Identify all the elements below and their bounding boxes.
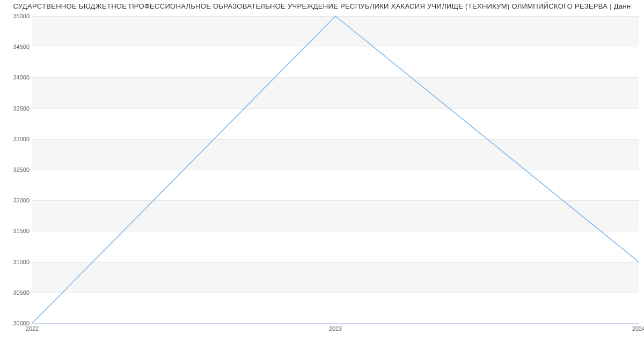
plot-area [32,16,639,323]
y-tick-label: 30500 [3,289,30,296]
y-tick-label: 32500 [3,166,30,173]
line-series [32,16,639,323]
y-tick-label: 35000 [3,13,30,19]
data-line [32,16,639,323]
y-tick-label: 34000 [3,74,30,81]
y-tick-label: 32000 [3,197,30,203]
x-tick-label: 2022 [26,325,39,332]
chart-title: СУДАРСТВЕННОЕ БЮДЖЕТНОЕ ПРОФЕССИОНАЛЬНОЕ… [0,2,644,10]
x-tick-label: 2024 [632,325,644,332]
y-tick-label: 33500 [3,105,30,112]
x-tick-label: 2023 [329,325,342,332]
y-tick-label: 31500 [3,228,30,234]
y-tick-label: 31000 [3,259,30,265]
y-tick-label: 34500 [3,43,30,50]
y-tick-label: 33000 [3,136,30,142]
x-axis [32,323,639,324]
